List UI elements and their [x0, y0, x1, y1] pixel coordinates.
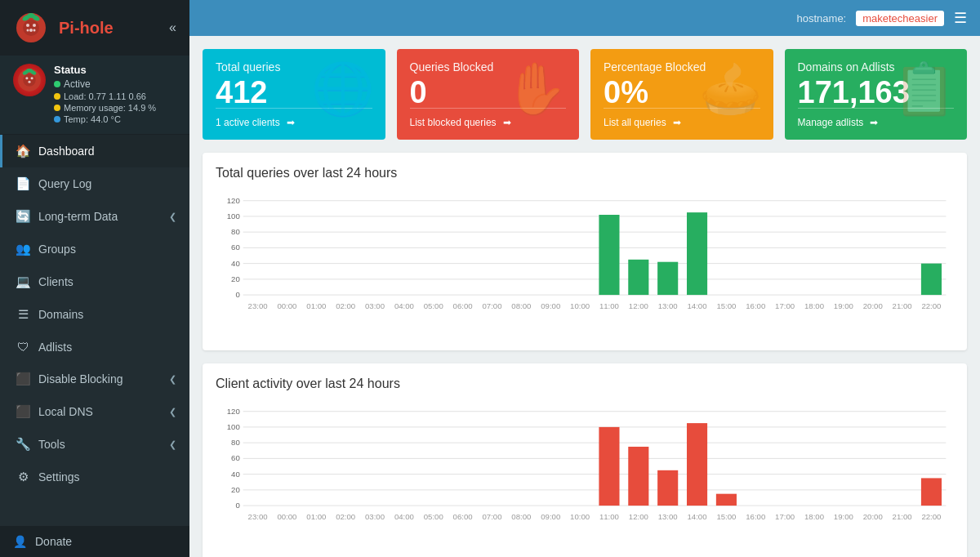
stat-footer-text-total-queries: 1 active clients: [216, 117, 280, 128]
stat-footer-arrow-percentage-blocked: ➡: [673, 117, 681, 128]
svg-text:22:00: 22:00: [921, 301, 941, 310]
svg-text:04:00: 04:00: [394, 301, 414, 310]
domains-icon: ☰: [16, 307, 30, 322]
svg-point-8: [27, 29, 29, 32]
svg-text:03:00: 03:00: [365, 512, 385, 521]
svg-text:09:00: 09:00: [541, 301, 560, 310]
svg-text:40: 40: [231, 259, 240, 268]
stat-footer-arrow-domains-adlists: ➡: [870, 117, 878, 128]
bar-client-activity-chart-16: [716, 494, 737, 506]
svg-text:00:00: 00:00: [277, 512, 296, 521]
svg-text:17:00: 17:00: [775, 512, 795, 521]
topbar: hostname: maketecheasier ☰: [189, 0, 980, 36]
stat-footer-arrow-total-queries: ➡: [287, 117, 295, 128]
svg-text:18:00: 18:00: [804, 301, 824, 310]
stat-bg-icon-domains-adlists: 📋: [893, 59, 956, 118]
settings-label: Settings: [38, 470, 176, 483]
svg-text:20:00: 20:00: [863, 512, 883, 521]
svg-text:23:00: 23:00: [248, 512, 268, 521]
svg-text:07:00: 07:00: [482, 301, 501, 310]
raspberry-small-icon: [13, 64, 46, 96]
svg-text:120: 120: [227, 196, 240, 205]
bar-client-activity-chart-13: [628, 447, 648, 506]
hamburger-icon[interactable]: ☰: [954, 9, 967, 27]
svg-text:03:00: 03:00: [365, 301, 385, 310]
long-term-data-label: Long-term Data: [38, 210, 161, 223]
chart-svg-total-queries-chart: 02040608010012023:0000:0001:0002:0003:00…: [216, 190, 954, 321]
svg-text:08:00: 08:00: [511, 301, 531, 310]
status-title: Status: [54, 64, 156, 76]
sidebar-item-domains[interactable]: ☰ Domains: [0, 298, 189, 331]
bar-total-queries-chart-15: [687, 212, 707, 295]
sidebar: Pi-hole « Status Active: [0, 0, 189, 557]
stat-card-queries-blocked: Queries Blocked 0 ✋ List blocked queries…: [397, 49, 580, 140]
nav-section: 🏠 Dashboard 📄 Query Log 🔄 Long-term Data…: [0, 135, 189, 526]
svg-point-17: [28, 81, 30, 83]
tools-arrow-icon: ❮: [169, 439, 176, 450]
sidebar-item-long-term-data[interactable]: 🔄 Long-term Data ❮: [0, 200, 189, 233]
svg-text:05:00: 05:00: [424, 512, 443, 521]
sidebar-item-adlists[interactable]: 🛡 Adlists: [0, 331, 189, 363]
hostname-value: maketecheasier: [856, 11, 944, 26]
svg-text:80: 80: [231, 227, 240, 236]
svg-point-5: [26, 24, 29, 27]
svg-text:21:00: 21:00: [893, 512, 912, 521]
svg-point-9: [33, 29, 36, 32]
title-pi-part: Pi-: [59, 19, 80, 37]
disable-blocking-icon: ⬛: [16, 372, 30, 386]
svg-text:23:00: 23:00: [248, 301, 268, 310]
sidebar-item-groups[interactable]: 👥 Groups: [0, 233, 189, 265]
local-dns-label: Local DNS: [38, 405, 161, 418]
long-term-data-arrow-icon: ❮: [169, 212, 176, 222]
chart-title-total-queries-chart: Total queries over last 24 hours: [216, 166, 954, 180]
temp-dot: [54, 116, 60, 123]
status-block: Status Active Load: 0.77 1.11 0.66 Memor…: [0, 56, 189, 135]
status-temp-line: Temp: 44.0 °C: [54, 114, 156, 124]
svg-text:10:00: 10:00: [570, 512, 590, 521]
memory-label: Memory usage: 14.9 %: [64, 103, 156, 113]
svg-text:12:00: 12:00: [629, 512, 648, 521]
load-dot: [54, 93, 60, 100]
sidebar-item-disable-blocking[interactable]: ⬛ Disable Blocking ❮: [0, 363, 189, 395]
long-term-data-icon: 🔄: [16, 209, 30, 224]
adlists-label: Adlists: [38, 341, 176, 354]
content-area: Total queries 412 🌐 1 active clients ➡ Q…: [189, 36, 980, 557]
svg-text:08:00: 08:00: [511, 512, 531, 521]
svg-text:00:00: 00:00: [277, 301, 296, 310]
hostname-label: hostname:: [797, 12, 847, 25]
svg-text:120: 120: [227, 407, 240, 416]
svg-text:100: 100: [227, 422, 240, 431]
sidebar-item-query-log[interactable]: 📄 Query Log: [0, 167, 189, 200]
sidebar-item-settings[interactable]: ⚙ Settings: [0, 461, 189, 493]
donate-label: Donate: [35, 535, 72, 548]
svg-text:60: 60: [231, 243, 240, 252]
clients-icon: 💻: [16, 274, 30, 289]
stat-card-percentage-blocked: Percentage Blocked 0% 🥧 List all queries…: [590, 49, 773, 140]
svg-text:04:00: 04:00: [394, 512, 414, 521]
svg-text:16:00: 16:00: [746, 512, 765, 521]
sidebar-item-dashboard[interactable]: 🏠 Dashboard: [0, 135, 189, 167]
sidebar-item-clients[interactable]: 💻 Clients: [0, 265, 189, 298]
svg-text:07:00: 07:00: [482, 512, 501, 521]
sidebar-item-tools[interactable]: 🔧 Tools ❮: [0, 428, 189, 461]
temp-label: Temp: 44.0 °C: [64, 114, 121, 124]
stat-bg-icon-percentage-blocked: 🥧: [699, 59, 762, 118]
svg-point-15: [25, 77, 28, 79]
svg-point-7: [29, 29, 33, 32]
sidebar-collapse-btn[interactable]: «: [169, 20, 176, 35]
local-dns-icon: ⬛: [16, 404, 30, 419]
donate-nav-item[interactable]: 👤 Donate: [0, 526, 189, 557]
memory-dot: [54, 105, 60, 111]
query-log-icon: 📄: [16, 176, 30, 191]
pihole-avatar: [16, 66, 43, 94]
svg-text:06:00: 06:00: [453, 301, 473, 310]
chart-area-total-queries-chart: 02040608010012023:0000:0001:0002:0003:00…: [216, 190, 954, 337]
svg-text:11:00: 11:00: [599, 301, 619, 310]
svg-text:01:00: 01:00: [306, 512, 326, 521]
chart-panel-total-queries-chart: Total queries over last 24 hours 0204060…: [203, 153, 967, 350]
sidebar-item-local-dns[interactable]: ⬛ Local DNS ❮: [0, 395, 189, 428]
stat-card-total-queries: Total queries 412 🌐 1 active clients ➡: [203, 49, 385, 140]
stats-row: Total queries 412 🌐 1 active clients ➡ Q…: [203, 49, 967, 140]
bar-total-queries-chart-14: [657, 262, 678, 295]
domains-label: Domains: [38, 308, 176, 321]
